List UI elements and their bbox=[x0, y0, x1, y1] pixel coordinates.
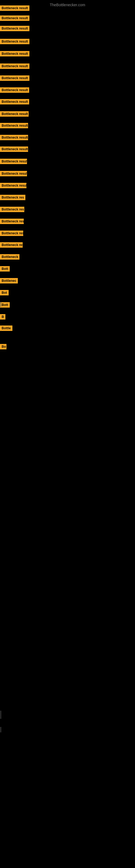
vertical-line-1 bbox=[1, 302, 1, 307]
bottleneck-badge-23: Bott bbox=[0, 266, 10, 273]
bottleneck-badge-18: Bottleneck res bbox=[0, 207, 24, 213]
bottleneck-badge-4: Bottleneck result bbox=[0, 39, 30, 45]
bottleneck-badge-22: Bottleneck bbox=[0, 254, 19, 261]
bottleneck-badge-28: Bottle bbox=[0, 326, 12, 332]
bottleneck-badge-text-7: Bottleneck result bbox=[0, 75, 30, 81]
bottleneck-badge-text-6: Bottleneck result bbox=[0, 63, 30, 69]
bottleneck-badge-text-12: Bottleneck result bbox=[0, 135, 28, 140]
bottleneck-badge-text-24: Bottlenec bbox=[0, 278, 18, 283]
bottleneck-badge-text-21: Bottleneck res bbox=[0, 242, 23, 248]
bottleneck-badge-text-25: Bot bbox=[0, 290, 9, 296]
bottleneck-badge-12: Bottleneck result bbox=[0, 135, 28, 141]
bottleneck-badge-text-20: Bottleneck res bbox=[0, 230, 23, 236]
bottleneck-badge-text-8: Bottleneck result bbox=[0, 87, 29, 93]
bottleneck-badge-text-1: Bottleneck result bbox=[0, 5, 30, 11]
bottleneck-badge-text-18: Bottleneck res bbox=[0, 207, 24, 212]
bottleneck-badge-21: Bottleneck res bbox=[0, 242, 23, 249]
bottleneck-badge-17: Bottleneck res bbox=[0, 195, 26, 201]
vertical-line-3 bbox=[1, 727, 1, 733]
bottleneck-badge-13: Bottleneck result bbox=[0, 147, 28, 153]
bottleneck-badge-14: Bottleneck result bbox=[0, 159, 27, 165]
bottleneck-badge-3: Bottleneck result bbox=[0, 26, 30, 32]
bottleneck-badge-text-11: Bottleneck result bbox=[0, 123, 28, 128]
bottleneck-badge-9: Bottleneck result bbox=[0, 99, 29, 105]
bottleneck-badge-text-28: Bottle bbox=[0, 326, 12, 331]
bottleneck-badge-text-9: Bottleneck result bbox=[0, 99, 29, 104]
bottleneck-badge-text-22: Bottleneck bbox=[0, 254, 19, 259]
bottleneck-badge-text-4: Bottleneck result bbox=[0, 39, 30, 44]
bottleneck-badge-text-26: Bott bbox=[0, 302, 10, 308]
bottleneck-badge-text-17: Bottleneck res bbox=[0, 195, 26, 200]
bottleneck-badge-text-14: Bottleneck result bbox=[0, 159, 27, 164]
bottleneck-badge-1: Bottleneck result bbox=[0, 5, 30, 12]
bottleneck-badge-7: Bottleneck result bbox=[0, 75, 30, 82]
bottleneck-badge-29: Bo bbox=[0, 344, 6, 350]
bottleneck-badge-text-27: B bbox=[0, 314, 5, 319]
bottleneck-badge-text-16: Bottleneck result bbox=[0, 183, 27, 188]
bottleneck-badge-15: Bottleneck result bbox=[0, 171, 27, 177]
bottleneck-badge-26: Bott bbox=[0, 302, 10, 309]
bottleneck-badge-text-13: Bottleneck result bbox=[0, 147, 28, 152]
bottleneck-badge-text-15: Bottleneck result bbox=[0, 171, 27, 176]
bottleneck-badge-text-3: Bottleneck result bbox=[0, 26, 30, 31]
bottleneck-badge-text-19: Bottleneck res bbox=[0, 219, 24, 224]
bottleneck-badge-text-10: Bottleneck result bbox=[0, 111, 29, 117]
bottleneck-badge-11: Bottleneck result bbox=[0, 123, 28, 129]
bottleneck-badge-5: Bottleneck result bbox=[0, 51, 30, 58]
bottleneck-badge-10: Bottleneck result bbox=[0, 111, 29, 118]
bottleneck-badge-19: Bottleneck res bbox=[0, 219, 24, 225]
bottleneck-badge-16: Bottleneck result bbox=[0, 183, 27, 189]
bottleneck-badge-text-23: Bott bbox=[0, 266, 10, 272]
bottleneck-badge-25: Bot bbox=[0, 290, 9, 297]
vertical-line-2 bbox=[1, 711, 1, 719]
bottleneck-badge-27: B bbox=[0, 314, 5, 321]
bottleneck-badge-text-29: Bo bbox=[0, 344, 6, 349]
bottleneck-badge-text-5: Bottleneck result bbox=[0, 51, 30, 56]
bottleneck-badge-20: Bottleneck res bbox=[0, 230, 23, 237]
bottleneck-badge-8: Bottleneck result bbox=[0, 87, 29, 94]
bottleneck-badge-text-2: Bottleneck result bbox=[0, 16, 30, 21]
bottleneck-badge-24: Bottlenec bbox=[0, 278, 18, 284]
bottleneck-badge-6: Bottleneck result bbox=[0, 63, 30, 70]
bottleneck-badge-2: Bottleneck result bbox=[0, 16, 30, 22]
